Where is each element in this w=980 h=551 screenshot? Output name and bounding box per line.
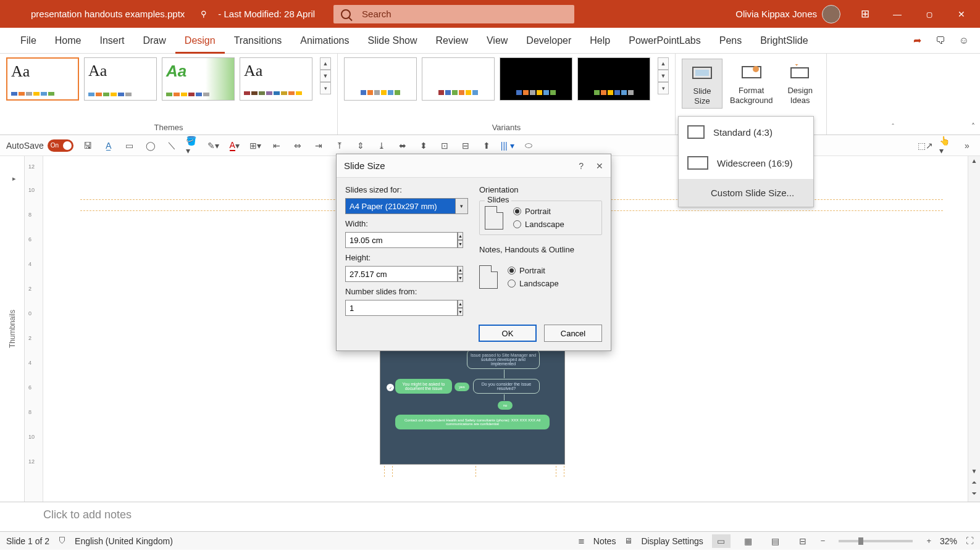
width-input[interactable] <box>345 232 458 248</box>
themes-scroll-up[interactable]: ▲ <box>320 57 331 70</box>
share-tab-icon[interactable]: ➦ <box>911 35 923 47</box>
collapse-ribbon-arrow[interactable]: ˄ <box>971 122 975 131</box>
sorter-view-icon[interactable]: ▦ <box>739 534 758 548</box>
collapse-ribbon-icon[interactable]: ˆ <box>892 123 894 130</box>
distribute-h-icon[interactable]: ⬌ <box>396 139 409 152</box>
variants-scroll-down[interactable]: ▼ <box>658 70 669 82</box>
slides-landscape-radio[interactable]: Landscape <box>513 220 564 229</box>
tab-slideshow[interactable]: Slide Show <box>358 28 426 54</box>
variant-4[interactable] <box>577 57 650 101</box>
ribbon-display-button[interactable] <box>849 0 881 28</box>
width-down[interactable]: ▼ <box>458 240 463 248</box>
theme-3[interactable]: Aa <box>162 57 235 101</box>
theme-2[interactable]: Aa <box>84 57 157 101</box>
tab-view[interactable]: View <box>477 28 517 54</box>
selection-pane-icon[interactable]: ⬚↗ <box>918 139 932 152</box>
variant-3[interactable] <box>500 57 572 101</box>
dialog-close-icon[interactable]: ✕ <box>596 161 603 171</box>
autosave-toggle[interactable]: AutoSave On <box>6 139 73 152</box>
dropdown-custom[interactable]: Custom Slide Size... <box>679 179 813 207</box>
slide-counter[interactable]: Slide 1 of 2 <box>6 536 49 546</box>
rectangle-shape-icon[interactable]: ▭ <box>123 139 136 152</box>
notes-pane[interactable]: Click to add notes <box>0 502 980 531</box>
tab-transitions[interactable]: Transitions <box>225 28 291 54</box>
line-shape-icon[interactable]: ＼ <box>165 139 178 152</box>
thumbnails-expand-icon[interactable]: ▸ <box>12 175 16 183</box>
fit-window-icon[interactable]: ⛶ <box>966 536 974 545</box>
zoom-level[interactable]: 32% <box>940 536 957 546</box>
ungroup-icon[interactable]: ⊟ <box>459 139 472 152</box>
shape-outline-icon[interactable]: ✎▾ <box>207 139 220 152</box>
share-icon[interactable]: ⚲ <box>196 9 212 19</box>
notes-portrait-radio[interactable]: Portrait <box>508 266 559 275</box>
tab-home[interactable]: Home <box>46 28 91 54</box>
slide-preview[interactable]: no Issue passed to Site Manager and solu… <box>380 335 565 465</box>
smiley-icon[interactable]: ☺ <box>958 35 970 47</box>
variants-more[interactable]: ▾ <box>658 82 669 94</box>
variant-1[interactable] <box>344 57 417 101</box>
tab-developer[interactable]: Developer <box>517 28 580 54</box>
eyedropper-icon[interactable]: ⬭ <box>522 139 535 152</box>
display-settings-label[interactable]: Display Settings <box>641 536 703 546</box>
zoom-handle[interactable] <box>858 537 863 545</box>
align-center-icon[interactable]: ⇔ <box>291 139 304 152</box>
close-button[interactable] <box>945 0 978 28</box>
chevron-down-icon[interactable]: ▾ <box>455 199 467 213</box>
align-top-icon[interactable]: ⤒ <box>333 139 346 152</box>
reading-view-icon[interactable]: ▤ <box>766 534 785 548</box>
prev-slide-icon[interactable]: ⏶ <box>968 479 980 486</box>
dropdown-standard[interactable]: Standard (4:3) <box>679 117 813 147</box>
zoom-slider[interactable] <box>839 540 913 542</box>
tab-review[interactable]: Review <box>427 28 477 54</box>
save-icon[interactable]: 🖫 <box>81 139 94 152</box>
distribute-v-icon[interactable]: ⬍ <box>417 139 430 152</box>
height-up[interactable]: ▲ <box>458 266 463 274</box>
number-down[interactable]: ▼ <box>458 308 463 316</box>
tab-design[interactable]: Design <box>175 28 225 54</box>
bring-forward-icon[interactable]: ⬆ <box>480 139 493 152</box>
tab-powerpointlabs[interactable]: PowerPointLabs <box>619 28 710 54</box>
qat-more-icon[interactable]: » <box>960 139 974 152</box>
notes-toggle-label[interactable]: Notes <box>593 536 616 546</box>
ok-button[interactable]: OK <box>479 325 537 342</box>
tab-animations[interactable]: Animations <box>291 28 358 54</box>
textbox-icon[interactable]: A̲ <box>102 139 115 152</box>
avatar[interactable] <box>822 5 840 23</box>
font-color-icon[interactable]: A▾ <box>228 139 241 152</box>
slideshow-view-icon[interactable]: ⊟ <box>794 534 812 548</box>
tab-draw[interactable]: Draw <box>133 28 175 54</box>
zoom-out-icon[interactable]: − <box>821 536 826 545</box>
thumbnails-panel[interactable]: Thumbnails <box>0 156 25 502</box>
minimize-button[interactable] <box>881 0 913 28</box>
cancel-button[interactable]: Cancel <box>544 325 602 342</box>
width-up[interactable]: ▲ <box>458 232 463 240</box>
search-box[interactable]: Search <box>333 5 574 23</box>
oval-shape-icon[interactable]: ◯ <box>144 139 157 152</box>
tab-insert[interactable]: Insert <box>90 28 133 54</box>
align-middle-icon[interactable]: ⇕ <box>354 139 367 152</box>
format-background-button[interactable]: Format Background <box>722 59 780 107</box>
autosave-switch[interactable]: On <box>48 139 73 152</box>
variant-2[interactable] <box>422 57 495 101</box>
themes-scroll-down[interactable]: ▼ <box>320 70 331 82</box>
normal-view-icon[interactable]: ▭ <box>712 534 731 548</box>
height-input[interactable] <box>345 266 458 282</box>
dialog-help-icon[interactable]: ? <box>579 161 584 171</box>
zoom-in-icon[interactable]: + <box>926 536 931 545</box>
scroll-down-icon[interactable]: ▼ <box>968 468 980 474</box>
tab-file[interactable]: File <box>11 28 46 54</box>
accessibility-icon[interactable]: ⛉ <box>58 536 66 545</box>
align-bottom-icon[interactable]: ⤓ <box>375 139 388 152</box>
notes-toggle-icon[interactable]: ≣ <box>578 536 585 545</box>
number-from-input[interactable] <box>345 300 458 316</box>
theme-4[interactable]: Aa <box>240 57 312 101</box>
next-slide-icon[interactable]: ⏷ <box>968 490 980 497</box>
number-up[interactable]: ▲ <box>458 300 463 308</box>
sized-for-combo[interactable]: A4 Paper (210x297 mm) ▾ <box>345 198 468 214</box>
vertical-scrollbar[interactable]: ▲ ▼ ⏶ ⏷ <box>968 156 980 502</box>
tab-help[interactable]: Help <box>580 28 619 54</box>
notes-landscape-radio[interactable]: Landscape <box>508 279 559 288</box>
slide-size-button[interactable]: Slide Size <box>682 59 722 109</box>
align-left-icon[interactable]: ⇤ <box>270 139 283 152</box>
themes-more[interactable]: ▾ <box>320 82 331 94</box>
